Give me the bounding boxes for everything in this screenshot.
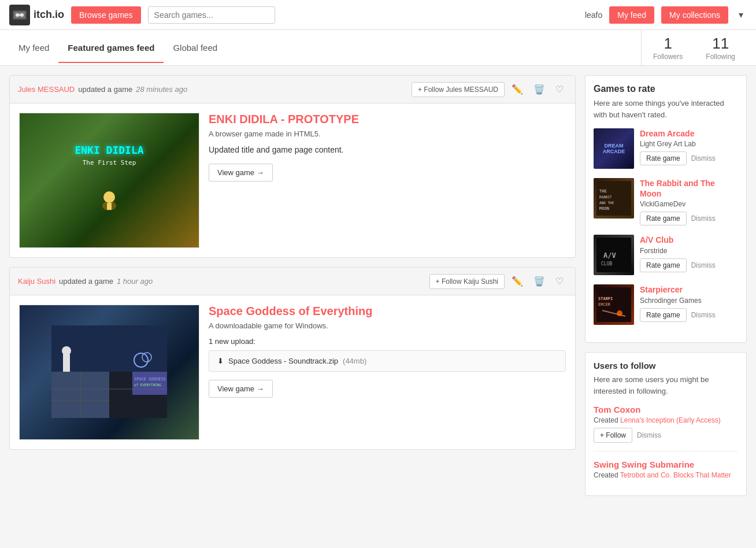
upload-name: Space Goddess - Soundtrack.zip — [228, 357, 338, 365]
swingswing-created: Created Tetrobot and Co. Blocks That Mat… — [594, 471, 738, 479]
rabbit-dev-name[interactable]: VickiGameDev — [640, 200, 738, 208]
enki-thumbnail: ENKI DIDILA The First Step — [19, 113, 199, 248]
rate-item-star: STARPI ERCER Starpiercer Schrodinger Gam… — [594, 284, 738, 325]
heart-jules-icon[interactable]: ♡ — [552, 82, 567, 97]
games-to-rate-desc: Here are some things you've interacted w… — [594, 98, 738, 120]
dream-info: Dream Arcade Light Grey Art Lab Rate gam… — [640, 128, 738, 165]
tomcoxon-created-text: Created — [594, 416, 618, 424]
rabbit-thumb-art: THE RABBIT AND THE MOON — [594, 178, 634, 219]
action-jules: updated a game — [78, 85, 132, 94]
follow-jules-button[interactable]: + Follow Jules MESSAUD — [412, 82, 505, 97]
avclub-dev-name[interactable]: Forstride — [640, 247, 738, 255]
enki-view-game-button[interactable]: View game → — [209, 164, 273, 182]
search-input[interactable] — [148, 6, 275, 24]
my-feed-button[interactable]: My feed — [609, 6, 654, 24]
avclub-rate-button[interactable]: Rate game — [640, 258, 687, 272]
delete-jules-icon[interactable]: 🗑️ — [530, 82, 549, 97]
card-body-enki: ENKI DIDILA The First Step ENKI DIDILA -… — [10, 103, 575, 257]
enki-game-info: ENKI DIDILA - PROTOTYPE A browser game m… — [209, 113, 566, 248]
sidebar: Games to rate Here are some things you'v… — [585, 75, 747, 505]
rate-item-dream: DREAMARCADE Dream Arcade Light Grey Art … — [594, 128, 738, 169]
tab-my-feed[interactable]: My feed — [9, 34, 58, 63]
username-label: leafo — [585, 10, 602, 20]
dream-dev-name[interactable]: Light Grey Art Lab — [640, 140, 738, 148]
star-rate-actions: Rate game Dismiss — [640, 308, 738, 322]
my-collections-button[interactable]: My collections — [661, 6, 728, 24]
tabs-area: My feed Featured games feed Global feed — [9, 30, 641, 65]
star-dismiss-link[interactable]: Dismiss — [691, 311, 716, 319]
svg-point-6 — [103, 191, 115, 203]
svg-point-15 — [62, 346, 71, 356]
tab-featured[interactable]: Featured games feed — [58, 34, 164, 63]
heart-kaiju-icon[interactable]: ♡ — [552, 273, 567, 289]
swingswing-created-text: Created — [594, 471, 618, 479]
browse-games-button[interactable]: Browse games — [71, 6, 141, 24]
delete-kaiju-icon[interactable]: 🗑️ — [530, 273, 549, 289]
space-new-upload-label: 1 new upload: — [209, 337, 566, 346]
svg-point-33 — [617, 310, 622, 316]
dream-dismiss-link[interactable]: Dismiss — [691, 154, 716, 162]
space-game-info: Space Goddess of Everything A downloadab… — [209, 305, 566, 440]
rabbit-rate-button[interactable]: Rate game — [640, 212, 687, 225]
star-game-name[interactable]: Starpiercer — [640, 284, 738, 295]
enki-update-text: Updated title and game page content. — [209, 145, 566, 154]
enki-thumb-title: ENKI DIDILA — [75, 143, 143, 157]
enki-thumb-subtitle: The First Step — [83, 159, 136, 166]
card-header-enki: Jules MESSAUD updated a game 28 minutes … — [10, 76, 575, 103]
tomcoxon-follow-button[interactable]: + Follow — [594, 428, 632, 443]
star-rate-button[interactable]: Rate game — [640, 308, 687, 322]
star-thumb-art: STARPI ERCER — [594, 284, 634, 325]
time-jules: 28 minutes ago — [136, 85, 187, 94]
enki-game-subtitle: A browser game made in HTML5. — [209, 129, 566, 138]
space-view-game-button[interactable]: View game → — [209, 380, 273, 398]
svg-text:of EVERYTHING: of EVERYTHING — [134, 383, 161, 387]
svg-text:SPACE GODDESS: SPACE GODDESS — [134, 377, 166, 382]
logo-icon — [9, 5, 30, 25]
author-jules[interactable]: Jules MESSAUD — [18, 85, 75, 94]
dream-thumb: DREAMARCADE — [594, 128, 634, 169]
follow-kaiju-button[interactable]: + Follow Kaiju Sushi — [429, 274, 505, 289]
users-to-follow-desc: Here are some users you might be interes… — [594, 374, 738, 397]
swingswing-name[interactable]: Swing Swing Submarine — [594, 460, 738, 469]
tab-global[interactable]: Global feed — [164, 34, 227, 63]
avclub-dismiss-link[interactable]: Dismiss — [691, 261, 716, 269]
svg-text:AND THE: AND THE — [599, 201, 614, 205]
svg-rect-7 — [107, 203, 112, 210]
svg-rect-14 — [63, 354, 70, 372]
dream-rate-button[interactable]: Rate game — [640, 151, 687, 165]
main-content: Jules MESSAUD updated a game 28 minutes … — [0, 66, 756, 514]
swingswing-game-link-1[interactable]: Tetrobot and Co. — [620, 471, 672, 479]
dream-rate-actions: Rate game Dismiss — [640, 151, 738, 165]
feed-card-enki: Jules MESSAUD updated a game 28 minutes … — [9, 75, 576, 258]
card-body-space: SPACE GODDESS of EVERYTHING Space Goddes… — [10, 295, 575, 449]
avclub-game-name[interactable]: A/V Club — [640, 235, 738, 245]
tomcoxon-game-link[interactable]: Lenna's Inception (Early Access) — [620, 416, 721, 424]
swingswing-game-link-2[interactable]: Blocks That Matter — [673, 471, 731, 479]
followers-count: 1 — [653, 35, 683, 53]
rabbit-game-name[interactable]: The Rabbit and The Moon — [640, 178, 738, 199]
tomcoxon-name[interactable]: Tom Coxon — [594, 405, 738, 414]
feed-area: Jules MESSAUD updated a game 28 minutes … — [9, 75, 576, 505]
avclub-rate-actions: Rate game Dismiss — [640, 258, 738, 272]
edit-jules-icon[interactable]: ✏️ — [508, 82, 527, 97]
svg-text:STARPI: STARPI — [598, 297, 613, 301]
svg-text:A/V: A/V — [603, 251, 616, 260]
logo-text: itch.io — [34, 9, 64, 21]
author-kaiju[interactable]: Kaiju Sushi — [18, 277, 55, 286]
user-item-swingswing: Swing Swing Submarine Created Tetrobot a… — [594, 451, 738, 479]
card-header-space: Kaiju Sushi updated a game 1 hour ago + … — [10, 268, 575, 295]
edit-kaiju-icon[interactable]: ✏️ — [508, 273, 527, 289]
dropdown-arrow-icon[interactable]: ▾ — [735, 7, 747, 23]
space-thumb-inner: SPACE GODDESS of EVERYTHING — [47, 321, 172, 424]
rabbit-dismiss-link[interactable]: Dismiss — [691, 214, 716, 223]
logo[interactable]: itch.io — [9, 5, 64, 25]
space-thumb-art: SPACE GODDESS of EVERYTHING — [20, 305, 199, 439]
tomcoxon-dismiss-link[interactable]: Dismiss — [637, 431, 661, 439]
enki-game-title[interactable]: ENKI DIDILA - PROTOTYPE — [209, 113, 566, 126]
following-count: 11 — [706, 35, 735, 53]
dream-game-name[interactable]: Dream Arcade — [640, 128, 738, 139]
space-upload-box[interactable]: ⬇ Space Goddess - Soundtrack.zip (44mb) — [209, 350, 566, 372]
enki-thumb-art: ENKI DIDILA The First Step — [20, 113, 199, 247]
space-game-title[interactable]: Space Goddess of Everything — [209, 305, 566, 318]
star-dev-name[interactable]: Schrodinger Games — [640, 297, 738, 305]
